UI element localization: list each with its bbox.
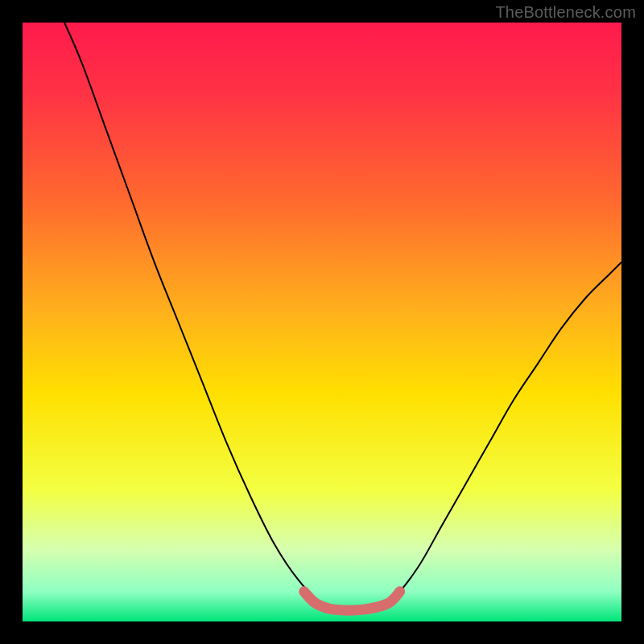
plot-area	[23, 23, 621, 621]
chart-svg	[23, 23, 621, 621]
chart-frame: TheBottleneck.com	[0, 0, 644, 644]
watermark-text: TheBottleneck.com	[495, 3, 636, 22]
chart-background	[23, 23, 621, 621]
